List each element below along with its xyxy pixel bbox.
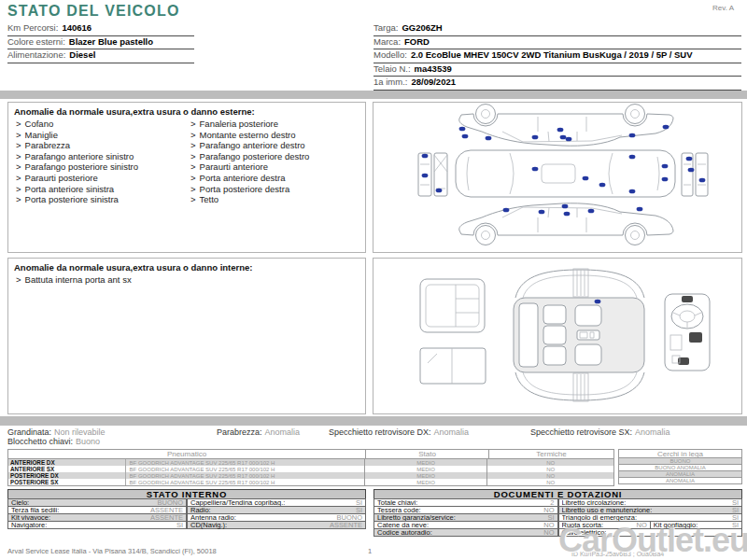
info-field-row: Marca:FORD xyxy=(374,36,741,50)
tire-thermal: NO xyxy=(486,479,613,485)
tire-row: POSTERIORE SXBF GOODRICH ADVANTAGE SUV 2… xyxy=(8,479,613,485)
tire-description: BF GOODRICH ADVANTAGE SUV 225/65 R17 000… xyxy=(125,479,364,485)
anomaly-item: >Porta posteriore destra xyxy=(190,184,365,195)
anomaly-item: >Porta anteriore destra xyxy=(190,173,365,184)
anomaly-item: >Parafango posteriore sinistro xyxy=(16,161,190,173)
damage-marker xyxy=(422,154,429,159)
field-value: Diesel xyxy=(69,49,95,60)
bullet-icon: > xyxy=(16,151,21,161)
footer-page-number: 1 xyxy=(368,547,372,555)
bullet-icon: > xyxy=(190,161,196,172)
exterior-list-column-right: >Fanaleria posteriore>Montante esterno d… xyxy=(190,119,365,205)
summary-label: Parabrezza: xyxy=(217,427,262,437)
anomaly-label: Porta anteriore destra xyxy=(200,173,286,183)
status-row-side: CD(Navig.):ASSENTE xyxy=(187,522,366,529)
vehicle-info-left: Km Percorsi:140616Colore esterni:Blazer … xyxy=(7,22,194,63)
summary-value: Buono xyxy=(76,437,100,446)
interior-status-rows: Cielo:BUONOCappelliera/Tendina copribag.… xyxy=(7,499,366,529)
interior-anomalies-list: >Battuta interna porta ant sx xyxy=(8,274,365,286)
anomaly-label: Tetto xyxy=(200,194,219,204)
summary-field: Grandinata:Non rilevabile xyxy=(7,427,106,437)
status-label: CD(Navig.): xyxy=(190,521,227,529)
tire-description: BF GOODRICH ADVANTAGE SUV 225/65 R17 000… xyxy=(125,466,364,472)
damage-marker xyxy=(486,136,492,141)
anomaly-label: Fanaleria posteriore xyxy=(200,119,279,129)
damage-marker xyxy=(532,135,539,140)
alloy-wheels-rows: BUONOBUONO ANOMALIAANOMALIAANOMALIA xyxy=(618,458,742,484)
damage-marker xyxy=(699,178,706,183)
state-col-header: Stato xyxy=(365,450,488,458)
damage-marker xyxy=(532,167,539,172)
bullet-icon: > xyxy=(190,119,196,129)
damage-marker xyxy=(629,189,636,194)
bullet-icon: > xyxy=(16,274,21,285)
watermark: CarOutlet.eu xyxy=(558,521,747,560)
damage-marker xyxy=(686,157,693,161)
status-row-side: Codice autoradio:NO xyxy=(374,529,558,537)
anomaly-label: Maniglie xyxy=(25,130,58,140)
summary-row: Grandinata:Non rilevabileParabrezza:Anom… xyxy=(7,427,742,448)
anomaly-item: >Porta anteriore sinistra xyxy=(16,184,190,195)
interior-status-table: STATO INTERNO Cielo:BUONOCappelliera/Ten… xyxy=(7,489,366,529)
section-divider-top xyxy=(0,91,747,99)
anomaly-item: >Maniglie xyxy=(16,130,190,141)
damage-marker xyxy=(564,212,571,217)
field-label: Telaio N.: xyxy=(374,63,411,74)
tire-thermal: NO xyxy=(486,466,613,472)
section-divider-bottom xyxy=(0,416,747,426)
summary-value: Anomalia xyxy=(265,427,301,437)
bullet-icon: > xyxy=(16,130,21,140)
damage-marker xyxy=(436,189,443,193)
page-title: STATO DEL VEICOLO xyxy=(7,3,180,20)
tire-thermal: NO xyxy=(486,459,613,466)
anomaly-item: >Parafango posteriore destro xyxy=(190,151,365,162)
revision-label: Rev. A xyxy=(712,4,734,12)
field-label: Modello: xyxy=(374,49,407,60)
exterior-anomalies-heading: Anomalie da normale usura,extra usura o … xyxy=(8,103,365,119)
status-row-side: Navigatore:SI xyxy=(7,522,187,529)
tire-description: BF GOODRICH ADVANTAGE SUV 225/65 R17 000… xyxy=(125,472,364,479)
field-value: ma43539 xyxy=(415,63,452,74)
field-value: Blazer Blue pastello xyxy=(69,36,153,47)
bullet-icon: > xyxy=(190,140,196,150)
info-field-row: Telaio N.:ma43539 xyxy=(374,63,741,77)
bullet-icon: > xyxy=(190,130,196,140)
damage-marker xyxy=(629,133,636,138)
bullet-icon: > xyxy=(190,184,196,194)
trunk-view xyxy=(420,279,485,332)
bullet-icon: > xyxy=(16,140,21,150)
damage-marker xyxy=(662,177,669,182)
car-plan-view xyxy=(456,150,675,197)
summary-label: Specchietto retrovisore DX: xyxy=(329,427,431,437)
summary-value: Non rilevabile xyxy=(54,427,106,437)
summary-field: Specchietto retrovisore SX:Anomalia xyxy=(530,427,670,437)
anomaly-item: >Paraurti anteriore xyxy=(190,161,365,173)
interior-anomalies-box: Anomalie da normale usura,extra usura o … xyxy=(7,258,366,414)
status-row: Navigatore:SICD(Navig.):ASSENTE xyxy=(7,522,366,529)
alloy-status: BUONO ANOMALIA xyxy=(618,465,742,471)
damage-marker xyxy=(560,135,567,140)
footer-company: Arval Service Lease Italia - Via Pisana … xyxy=(7,547,217,555)
status-value: SI xyxy=(176,521,183,529)
bullet-icon: > xyxy=(190,151,196,161)
damage-marker xyxy=(637,207,643,212)
damage-marker xyxy=(595,300,601,304)
tire-table-header: Pneumatico Stato Termiche xyxy=(8,450,613,459)
bullet-icon: > xyxy=(190,173,196,183)
damage-marker xyxy=(688,168,695,173)
summary-field: Blocchetto chiavi:Buono xyxy=(7,437,100,446)
damage-marker xyxy=(462,134,469,139)
exterior-anomalies-list: >Cofano>Maniglie>Parabrezza>Parafango an… xyxy=(8,119,365,205)
tire-position: ANTERIORE DX xyxy=(8,459,125,466)
info-field-row: Modello:2.0 EcoBlue MHEV 150CV 2WD Titan… xyxy=(374,49,741,63)
damage-marker xyxy=(599,183,606,188)
damage-marker xyxy=(588,209,595,214)
tire-description: BF GOODRICH ADVANTAGE SUV 225/65 R17 000… xyxy=(125,459,364,466)
status-value: NO xyxy=(543,528,554,537)
field-label: Alimentazione: xyxy=(7,49,65,60)
anomaly-item: >Parafango anteriore sinistro xyxy=(16,151,190,162)
anomaly-item: >Battuta interna porta ant sx xyxy=(16,274,191,286)
anomaly-item: >Fanaleria posteriore xyxy=(190,119,365,130)
vehicle-condition-report: STATO DEL VEICOLO Rev. A Km Percorsi:140… xyxy=(0,0,747,560)
anomaly-label: Porta posteriore sinistra xyxy=(25,194,119,204)
